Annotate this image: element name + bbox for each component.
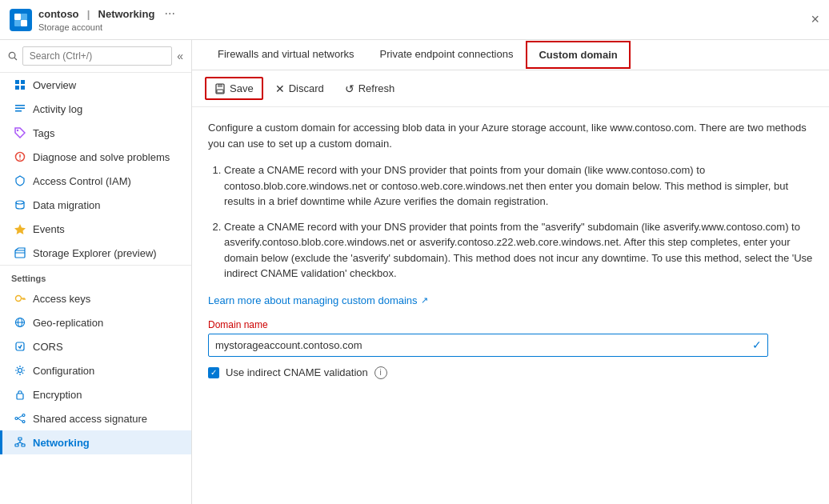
networking-label: Networking	[33, 437, 90, 449]
svg-point-30	[15, 418, 18, 420]
discard-button[interactable]: ✕ Discard	[266, 78, 333, 100]
access-control-label: Access Control (IAM)	[33, 175, 131, 187]
external-link-icon: ↗	[421, 295, 428, 306]
svg-line-33	[18, 416, 22, 419]
subtitle: Storage account	[38, 22, 102, 32]
content-area: Firewalls and virtual networks Private e…	[192, 40, 829, 504]
domain-name-label: Domain name	[208, 319, 768, 330]
svg-point-32	[22, 421, 25, 423]
svg-rect-36	[15, 444, 18, 446]
tab-private-endpoints[interactable]: Private endpoint connections	[367, 40, 527, 70]
methods-list: Create a CNAME record with your DNS prov…	[208, 162, 813, 282]
sidebar-item-geo-replication[interactable]: Geo-replication	[0, 310, 191, 334]
sidebar-item-diagnose[interactable]: Diagnose and solve problems	[0, 145, 191, 169]
dots-menu[interactable]: ···	[165, 6, 175, 20]
search-icon	[8, 50, 18, 62]
svg-rect-42	[218, 84, 222, 87]
svg-rect-10	[15, 105, 25, 106]
save-icon	[214, 83, 226, 94]
search-input[interactable]	[22, 46, 172, 66]
refresh-button[interactable]: ↺ Refresh	[336, 78, 404, 100]
tags-icon	[14, 126, 26, 139]
diagnose-label: Diagnose and solve problems	[33, 151, 170, 163]
sidebar-item-data-migration[interactable]: Data migration	[0, 193, 191, 217]
intro-text: Configure a custom domain for accessing …	[208, 120, 813, 151]
events-icon	[14, 222, 26, 235]
tags-label: Tags	[33, 127, 54, 139]
sidebar-item-access-control[interactable]: Access Control (IAM)	[0, 169, 191, 193]
svg-rect-19	[15, 250, 25, 258]
svg-rect-1	[21, 14, 27, 20]
indirect-cname-checkbox[interactable]	[208, 367, 219, 378]
svg-point-28	[18, 369, 22, 373]
svg-rect-12	[15, 110, 22, 112]
app-name: contoso	[38, 8, 79, 20]
svg-rect-37	[22, 444, 25, 446]
settings-section-label: Settings	[0, 265, 191, 286]
cname-validation-row: Use indirect CNAME validation i	[208, 366, 768, 379]
sidebar-item-configuration[interactable]: Configuration	[0, 358, 191, 382]
title-separator: |	[87, 8, 90, 20]
svg-rect-35	[18, 438, 22, 440]
collapse-button[interactable]: «	[177, 50, 183, 62]
sidebar-item-encryption[interactable]: Encryption	[0, 382, 191, 406]
sidebar-item-activity-log[interactable]: Activity log	[0, 97, 191, 121]
title-text: contoso | Networking ··· Storage account	[38, 6, 175, 33]
configuration-label: Configuration	[33, 365, 94, 377]
save-button[interactable]: Save	[205, 77, 263, 100]
svg-rect-27	[16, 342, 24, 350]
app-icon	[10, 9, 32, 31]
sidebar-item-access-keys[interactable]: Access keys	[0, 286, 191, 310]
domain-input-wrap: ✓	[208, 334, 768, 357]
data-migration-icon	[14, 198, 26, 211]
activity-log-icon	[14, 102, 26, 115]
sidebar: « Overview Activity log Tags Diagnose	[0, 40, 192, 504]
sidebar-search-area: «	[0, 40, 191, 73]
access-keys-label: Access keys	[33, 293, 90, 305]
learn-more-link[interactable]: Learn more about managing custom domains…	[208, 294, 428, 306]
info-icon[interactable]: i	[374, 366, 387, 379]
sidebar-item-shared-access[interactable]: Shared access signature	[0, 406, 191, 430]
svg-rect-43	[217, 90, 223, 93]
svg-rect-11	[15, 108, 25, 110]
sidebar-item-networking[interactable]: Networking	[0, 430, 191, 454]
svg-rect-8	[15, 86, 19, 90]
overview-icon	[14, 78, 26, 91]
tabs-bar: Firewalls and virtual networks Private e…	[192, 40, 829, 70]
svg-rect-2	[14, 20, 21, 26]
geo-replication-icon	[14, 316, 26, 329]
sidebar-item-tags[interactable]: Tags	[0, 121, 191, 145]
refresh-icon: ↺	[345, 82, 354, 95]
storage-explorer-icon	[14, 246, 26, 259]
method-1: Create a CNAME record with your DNS prov…	[224, 162, 813, 210]
svg-point-13	[17, 130, 18, 131]
configuration-icon	[14, 364, 26, 377]
svg-point-20	[16, 296, 22, 302]
sidebar-item-events[interactable]: Events	[0, 217, 191, 241]
sidebar-item-storage-explorer[interactable]: Storage Explorer (preview)	[0, 241, 191, 265]
sidebar-item-cors[interactable]: CORS	[0, 334, 191, 358]
tab-firewalls[interactable]: Firewalls and virtual networks	[205, 40, 367, 70]
svg-line-5	[14, 58, 17, 60]
access-keys-icon	[14, 292, 26, 305]
svg-point-17	[16, 201, 24, 204]
activity-log-label: Activity log	[33, 103, 82, 115]
close-button[interactable]: ×	[811, 11, 819, 28]
cname-checkbox-label: Use indirect CNAME validation	[226, 366, 368, 378]
svg-line-34	[18, 418, 22, 422]
geo-replication-label: Geo-replication	[33, 317, 103, 329]
svg-point-4	[9, 52, 15, 58]
events-label: Events	[33, 223, 65, 235]
input-check-icon: ✓	[752, 338, 762, 351]
tab-custom-domain[interactable]: Custom domain	[526, 41, 630, 69]
discard-icon: ✕	[275, 82, 285, 95]
storage-explorer-label: Storage Explorer (preview)	[33, 247, 157, 259]
sidebar-item-overview[interactable]: Overview	[0, 73, 191, 97]
svg-point-31	[22, 414, 25, 417]
overview-label: Overview	[33, 79, 76, 91]
toolbar: Save ✕ Discard ↺ Refresh	[192, 70, 829, 107]
networking-icon	[14, 436, 26, 449]
svg-point-16	[19, 158, 21, 160]
svg-rect-29	[17, 394, 23, 399]
domain-name-input[interactable]	[208, 334, 768, 357]
